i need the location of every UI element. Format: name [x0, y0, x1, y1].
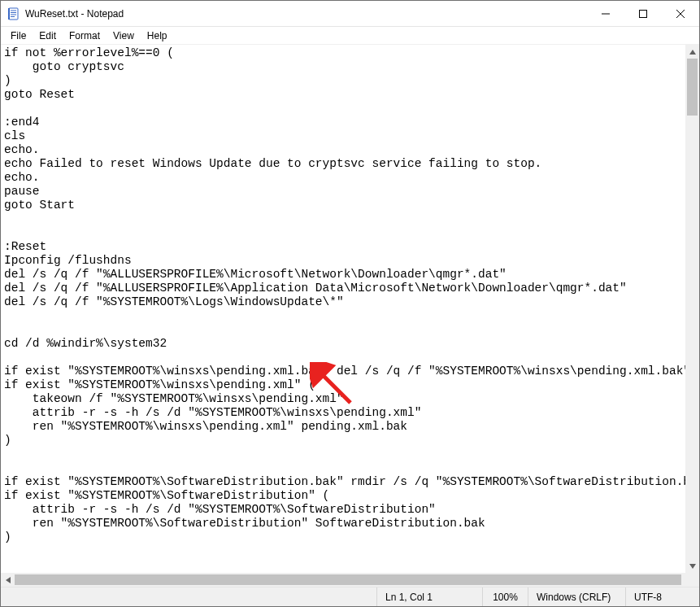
notepad-app-icon [7, 7, 20, 20]
svg-rect-5 [8, 8, 10, 20]
scrollbar-corner [685, 573, 699, 587]
scroll-thumb-h[interactable] [15, 574, 681, 585]
titlebar[interactable]: WuReset.txt - Notepad [1, 1, 699, 27]
svg-marker-13 [689, 564, 696, 569]
menu-help[interactable]: Help [141, 28, 174, 43]
editor-area: if not %errorlevel%==0 ( goto cryptsvc )… [1, 45, 699, 587]
status-eol: Windows (CRLF) [528, 587, 626, 606]
status-spacer [1, 587, 377, 606]
menu-edit[interactable]: Edit [33, 28, 63, 43]
statusbar: Ln 1, Col 1 100% Windows (CRLF) UTF-8 [1, 587, 699, 606]
horizontal-scrollbar[interactable] [1, 573, 685, 587]
minimize-button[interactable] [587, 1, 624, 27]
vertical-scrollbar[interactable] [685, 45, 699, 573]
status-encoding: UTF-8 [626, 587, 699, 606]
menu-view[interactable]: View [107, 28, 141, 43]
scroll-track-h[interactable] [15, 573, 672, 587]
menu-file[interactable]: File [4, 28, 33, 43]
svg-rect-7 [640, 10, 647, 17]
scroll-down-button[interactable] [685, 559, 699, 573]
svg-marker-14 [6, 577, 11, 583]
maximize-button[interactable] [624, 1, 662, 27]
text-editor[interactable]: if not %errorlevel%==0 ( goto cryptsvc )… [1, 45, 699, 587]
menu-format[interactable]: Format [63, 28, 107, 43]
svg-rect-0 [9, 8, 18, 20]
scroll-left-button[interactable] [1, 573, 15, 587]
notepad-window: WuReset.txt - Notepad File Edit Format V… [0, 0, 700, 607]
close-button[interactable] [662, 1, 699, 27]
svg-marker-12 [689, 50, 696, 55]
scroll-track-v[interactable] [685, 59, 699, 559]
status-zoom: 100% [483, 587, 528, 606]
menubar: File Edit Format View Help [1, 27, 699, 45]
window-title: WuReset.txt - Notepad [25, 8, 587, 20]
scroll-up-button[interactable] [685, 45, 699, 59]
status-position: Ln 1, Col 1 [377, 587, 483, 606]
scroll-thumb-v[interactable] [687, 59, 698, 116]
